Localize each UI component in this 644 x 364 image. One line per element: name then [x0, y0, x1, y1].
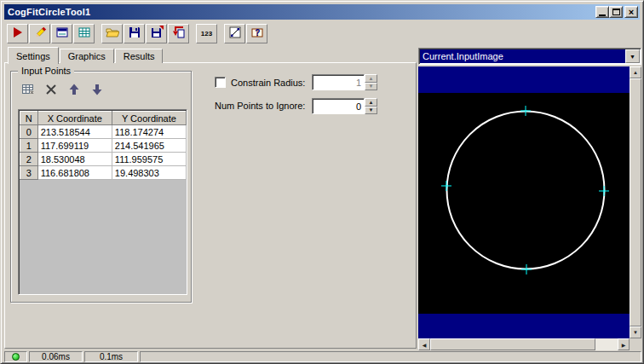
constrain-radius-spinner: ▲ ▼	[365, 74, 377, 90]
column-header-n[interactable]: N	[20, 112, 38, 125]
scroll-down-button[interactable]: ▼	[630, 326, 641, 338]
cell-x[interactable]: 116.681808	[37, 166, 112, 180]
table-row[interactable]: 3 116.681808 19.498303	[20, 166, 187, 180]
delete-point-icon	[44, 83, 58, 98]
cell-y[interactable]: 19.498303	[112, 166, 186, 180]
table-row[interactable]: 2 18.530048 111.959575	[20, 153, 187, 166]
help-icon: ?	[250, 26, 264, 41]
image-vertical-scrollbar[interactable]: ▲ ▼	[630, 66, 641, 338]
vscroll-track[interactable]	[630, 78, 641, 326]
image-source-combobox[interactable]: Current.InputImage ▼	[418, 48, 641, 65]
tab-results[interactable]: Results	[115, 49, 164, 63]
window-title: CogFitCircleTool1	[8, 7, 90, 17]
cell-x[interactable]: 213.518544	[37, 125, 112, 139]
move-point-up-button[interactable]	[64, 82, 84, 99]
row-header[interactable]: 1	[20, 139, 38, 153]
close-button[interactable]: ×	[624, 6, 638, 18]
titlebar[interactable]: CogFitCircleTool1 ×	[4, 4, 640, 20]
numeric-precision-icon: 123	[201, 30, 212, 38]
move-point-down-icon	[90, 83, 104, 98]
import-tool-icon	[172, 26, 186, 41]
column-header-x[interactable]: X Coordinate	[37, 112, 112, 125]
constrain-radius-checkbox[interactable]	[215, 77, 226, 88]
scrollbar-corner	[630, 338, 641, 350]
hscroll-thumb[interactable]	[430, 338, 595, 350]
input-points-groupbox: Input Points N	[10, 71, 192, 303]
result-time-panel: 0.1ms	[84, 351, 138, 362]
chevron-down-icon: ▼	[630, 54, 635, 60]
help-button[interactable]: ?	[246, 24, 267, 43]
spin-down-button[interactable]: ▼	[365, 83, 377, 91]
row-header[interactable]: 0	[20, 125, 38, 139]
cell-y[interactable]: 118.174274	[112, 125, 186, 139]
maximize-icon	[612, 9, 620, 15]
minimize-icon	[599, 14, 606, 16]
status-message-panel	[140, 351, 641, 362]
image-display-grid-icon	[78, 26, 91, 41]
row-header[interactable]: 3	[20, 166, 38, 180]
constrain-radius-label: Constrain Radius:	[231, 78, 305, 88]
table-header-row: N X Coordinate Y Coordinate	[20, 112, 187, 125]
tab-settings[interactable]: Settings	[8, 47, 59, 64]
numeric-precision-button[interactable]: 123	[196, 24, 217, 43]
tab-strip: Settings Graphics Results	[8, 47, 164, 63]
row-header[interactable]: 2	[20, 153, 38, 166]
svg-text:?: ?	[255, 28, 260, 38]
cell-y[interactable]: 111.959575	[112, 153, 186, 166]
image-horizontal-scrollbar[interactable]: ◀ ▶	[418, 338, 630, 350]
window-controls: ×	[595, 6, 640, 18]
image-display-grid-button[interactable]	[73, 24, 95, 43]
save-results-icon	[150, 26, 164, 41]
floating-graphics-icon	[55, 26, 69, 41]
constrain-radius-input[interactable]	[312, 74, 365, 90]
table-row[interactable]: 1 117.699119 214.541965	[20, 139, 187, 153]
move-point-down-button[interactable]	[87, 82, 107, 99]
constrain-radius-row: Constrain Radius:	[215, 77, 305, 88]
input-points-group-label: Input Points	[18, 66, 74, 76]
cell-y[interactable]: 214.541965	[112, 139, 186, 153]
main-toolbar: 123 ?	[4, 21, 640, 45]
close-icon: ×	[629, 8, 634, 16]
spin-down-button[interactable]: ▼	[365, 107, 377, 115]
run-time-panel: 0.06ms	[29, 351, 83, 362]
status-led-icon	[12, 353, 20, 361]
num-points-spinner: ▲ ▼	[365, 98, 377, 114]
spin-up-button[interactable]: ▲	[365, 98, 377, 107]
cog-fit-circle-tool-window: CogFitCircleTool1 ×	[0, 0, 644, 364]
image-display[interactable]	[418, 66, 630, 338]
settings-tab-pane: Input Points N	[4, 62, 417, 349]
scroll-right-button[interactable]: ▶	[618, 338, 630, 350]
column-header-y[interactable]: Y Coordinate	[112, 112, 186, 125]
results-graph-icon	[228, 26, 242, 41]
scroll-up-button[interactable]: ▲	[630, 66, 641, 78]
tab-graphics[interactable]: Graphics	[60, 49, 114, 63]
image-source-selected: Current.InputImage	[420, 49, 625, 63]
scroll-left-button[interactable]: ◀	[418, 338, 430, 350]
spin-up-button[interactable]: ▲	[365, 74, 377, 83]
maximize-button[interactable]	[609, 6, 623, 18]
save-file-icon	[128, 26, 141, 41]
electric-pencil-icon	[33, 26, 47, 41]
point-grid-icon	[21, 83, 35, 98]
combo-dropdown-button[interactable]: ▼	[625, 49, 640, 63]
save-file-button[interactable]	[124, 24, 145, 43]
open-file-button[interactable]	[101, 24, 123, 43]
point-grid-button[interactable]	[18, 82, 38, 99]
run-icon	[11, 26, 25, 41]
status-bar: 0.06ms 0.1ms	[4, 351, 641, 362]
minimize-button[interactable]	[595, 6, 609, 18]
results-graph-button[interactable]	[224, 24, 245, 43]
input-points-table[interactable]: N X Coordinate Y Coordinate 0 213.518544…	[18, 109, 187, 295]
cell-x[interactable]: 18.530048	[37, 153, 112, 166]
run-button[interactable]	[7, 24, 28, 43]
electric-pencil-button[interactable]	[29, 24, 50, 43]
hscroll-track[interactable]	[430, 338, 618, 350]
num-points-to-ignore-input[interactable]	[312, 98, 365, 114]
floating-graphics-button[interactable]	[51, 24, 72, 43]
save-results-button[interactable]	[146, 24, 167, 43]
cell-x[interactable]: 117.699119	[37, 139, 112, 153]
import-tool-button[interactable]	[168, 24, 189, 43]
table-row[interactable]: 0 213.518544 118.174274	[20, 125, 187, 139]
delete-point-button[interactable]	[41, 82, 61, 99]
vscroll-thumb[interactable]	[630, 78, 641, 326]
